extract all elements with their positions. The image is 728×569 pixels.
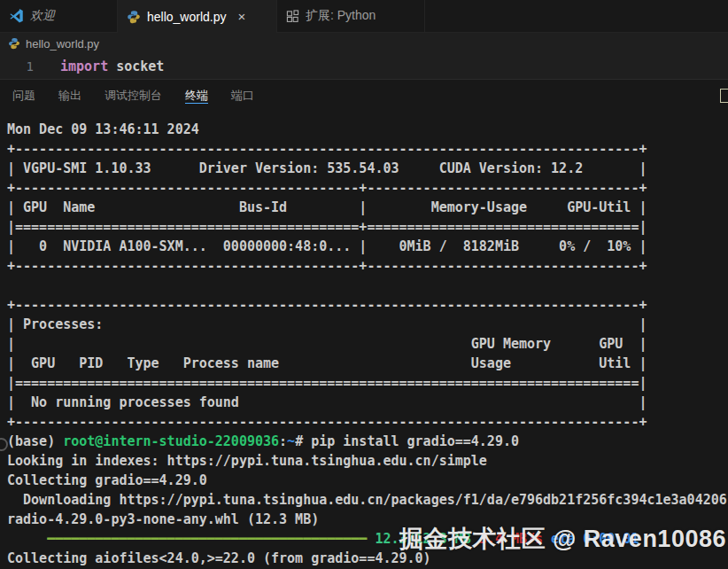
- tab-hello-world-py[interactable]: hello_world.py ×: [118, 0, 277, 33]
- tab-bar-empty-space: [425, 0, 728, 33]
- terminal-line: |=======================================…: [7, 373, 728, 393]
- panel-tab-terminal[interactable]: 终端: [185, 80, 208, 111]
- panel-tab-problems[interactable]: 问题: [12, 80, 35, 111]
- panel-tab-ports[interactable]: 端口: [231, 80, 254, 111]
- terminal-line: (base) root@intern-studio-22009036:~# pi…: [7, 432, 728, 451]
- terminal-line: | GPU PID Type Process name Usage Util |: [7, 354, 728, 373]
- code-text: import socket: [60, 58, 164, 74]
- terminal-line: +---------------------------------------…: [7, 256, 728, 276]
- tab-label: 欢迎: [30, 8, 55, 24]
- code-rest: socket: [108, 58, 164, 74]
- terminal-line: | Processes: |: [7, 315, 728, 334]
- line-number: 1: [0, 59, 34, 74]
- breadcrumb[interactable]: hello_world.py: [0, 33, 728, 54]
- new-terminal-icon[interactable]: [720, 89, 728, 103]
- tab-label: 扩展: Python: [306, 8, 376, 24]
- watermark: 掘金技术社区 @ Raven10086: [399, 523, 726, 555]
- terminal-line: Downloading https://pypi.tuna.tsinghua.e…: [7, 490, 728, 510]
- terminal-line: | 0 NVIDIA A100-SXM... 00000000:48:0... …: [7, 237, 728, 256]
- terminal-line: Collecting gradio==4.29.0: [7, 471, 728, 490]
- editor-code-line[interactable]: 1 import socket: [0, 54, 728, 79]
- terminal-line: Mon Dec 09 13:46:11 2024: [7, 120, 728, 139]
- extensions-icon: [286, 10, 299, 23]
- breadcrumb-file: hello_world.py: [26, 37, 99, 51]
- python-icon: [127, 10, 141, 24]
- close-icon[interactable]: ×: [238, 10, 246, 23]
- tab-welcome[interactable]: 欢迎: [0, 0, 118, 33]
- panel-tab-bar: 问题 输出 调试控制台 终端 端口: [0, 79, 728, 111]
- terminal-line: | GPU Memory GPU |: [7, 334, 728, 354]
- terminal-line: +---------------------------------------…: [7, 412, 728, 432]
- terminal-output[interactable]: Mon Dec 09 13:46:11 2024+---------------…: [0, 111, 728, 569]
- terminal-line: | GPU Name Bus-Id | Memory-Usage GPU-Uti…: [7, 198, 728, 217]
- terminal-line: +---------------------------------------…: [7, 178, 728, 198]
- terminal-line: Looking in indexes: https://pypi.tuna.ts…: [7, 451, 728, 471]
- panel-tab-output[interactable]: 输出: [58, 80, 81, 111]
- tab-bar: 欢迎 hello_world.py × 扩展: Python: [0, 0, 728, 33]
- terminal-line: +---------------------------------------…: [7, 139, 728, 159]
- keyword-import: import: [60, 58, 108, 74]
- terminal-line: |=======================================…: [7, 217, 728, 237]
- vscode-logo-icon: [9, 9, 24, 24]
- python-icon: [8, 37, 20, 50]
- tab-label: hello_world.py: [147, 10, 227, 24]
- panel-tab-debug-console[interactable]: 调试控制台: [105, 80, 162, 111]
- terminal-line: | VGPU-SMI 1.10.33 Driver Version: 535.5…: [7, 159, 728, 178]
- terminal-line: | No running processes found |: [7, 393, 728, 412]
- terminal-line: +---------------------------------------…: [7, 295, 728, 315]
- terminal-line: [7, 276, 728, 295]
- tab-extensions-python[interactable]: 扩展: Python: [277, 0, 425, 33]
